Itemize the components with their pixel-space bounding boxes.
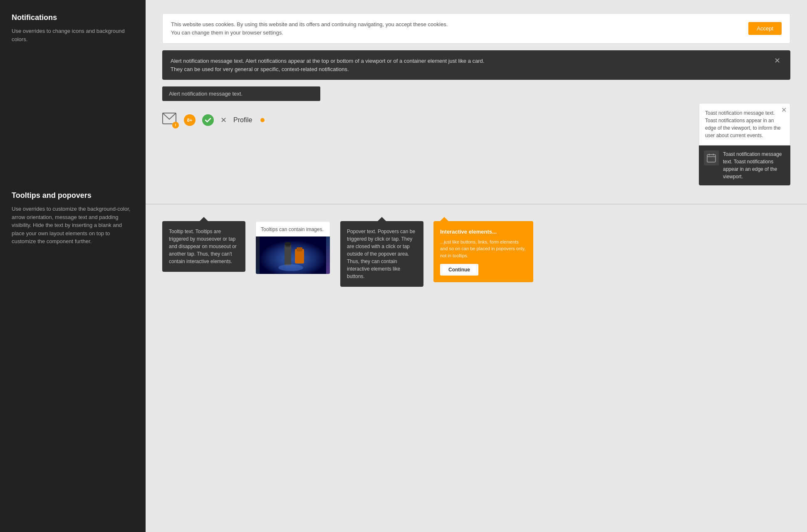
svg-rect-1 (707, 155, 715, 162)
dark-tooltip-text: Tooltip text. Tooltips are triggered by … (169, 229, 237, 264)
tooltip-cards-row: Tooltip text. Tooltips are triggered by … (162, 221, 790, 287)
toast-white-text: Toast notification message text. Toast n… (705, 110, 780, 138)
accept-button[interactable]: Accept (748, 22, 782, 35)
svg-rect-7 (285, 245, 291, 266)
popover-orange-subtitle: ...just like buttons, links, form elemen… (440, 239, 527, 259)
calendar-icon (707, 153, 716, 163)
tooltips-section: Tooltip text. Tooltips are triggered by … (146, 204, 807, 312)
toast-white: ✕ Toast notification message text. Toast… (699, 103, 790, 145)
sidebar-section2-desc: Use overrides to customize the backgroun… (12, 205, 134, 246)
profile-dot (260, 118, 265, 122)
mail-notification[interactable]: ! (162, 113, 177, 128)
dark-popover-card: Popover text. Popovers can be triggered … (340, 221, 423, 287)
white-tooltip-text: Tooltips can contain images. (256, 222, 330, 233)
dismiss-button[interactable]: ✕ (220, 116, 227, 125)
dark-tooltip-card: Tooltip text. Tooltips are triggered by … (162, 221, 245, 272)
toast-calendar-icon (704, 150, 719, 165)
dark-alert-text: Alert notification message text. Alert n… (171, 57, 484, 73)
sidebar: Notifications Use overrides to change ic… (0, 0, 146, 532)
toast-white-close-button[interactable]: ✕ (781, 107, 787, 113)
toast-dark: Toast notification message text. Toast n… (699, 145, 790, 185)
svg-point-9 (285, 242, 291, 246)
orange-badge[interactable]: 8+ (184, 114, 196, 126)
sidebar-section2-title: Tooltips and popovers (12, 191, 134, 200)
dark-alert-bar: Alert notification message text. Alert n… (162, 50, 790, 80)
mail-badge: ! (172, 122, 179, 128)
dark-alert-close-button[interactable]: ✕ (772, 57, 782, 64)
white-tooltip-card: Tooltips can contain images. (255, 221, 330, 274)
tooltip-svg-image (260, 236, 326, 274)
sidebar-section1-title: Notifications (12, 13, 134, 22)
main-content: This website uses cookies. By using this… (146, 0, 807, 532)
dark-popover-text: Popover text. Popovers can be triggered … (347, 229, 415, 279)
inline-alert: Alert notification message text. (162, 86, 320, 101)
svg-rect-11 (297, 247, 302, 251)
popover-orange-title: Interactive elements... (440, 228, 527, 236)
green-check-badge[interactable] (202, 114, 214, 126)
tooltip-image (256, 236, 330, 274)
toast-dark-text: Toast notification message text. Toast n… (723, 150, 785, 180)
continue-button[interactable]: Continue (440, 264, 478, 276)
notification-icons-row: ! 8+ ✕ Profile (162, 113, 320, 128)
svg-point-12 (278, 264, 303, 271)
toast-panel: ✕ Toast notification message text. Toast… (699, 103, 790, 185)
profile-label: Profile (233, 116, 252, 124)
cookie-text: This website uses cookies. By using this… (171, 20, 448, 37)
orange-popover-card: Interactive elements... ...just like but… (433, 221, 533, 282)
check-icon (205, 117, 211, 123)
notifications-section: This website uses cookies. By using this… (146, 0, 807, 204)
cookie-bar: This website uses cookies. By using this… (162, 13, 790, 44)
sidebar-section1-desc: Use overrides to change icons and backgr… (12, 27, 134, 43)
